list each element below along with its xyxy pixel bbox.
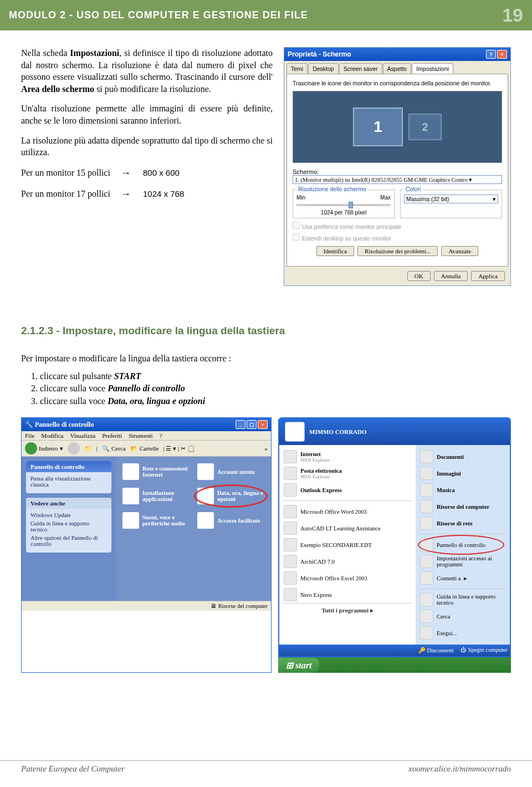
sm-music[interactable]: Musica	[419, 482, 507, 498]
resolution-17-row: Per un monitor 17 pollici → 1024 x 768	[21, 187, 273, 201]
sm-word[interactable]: Microsoft Office Word 2003	[283, 503, 412, 520]
pictures-icon	[420, 467, 433, 480]
sm-edt[interactable]: Esempio SECONDARIE.EDT	[283, 536, 412, 553]
start-menu-header: MIMMO CORRADO	[279, 418, 510, 445]
computer-icon	[420, 500, 433, 513]
paragraph-1: Nella scheda Impostazioni, si definisce …	[21, 47, 273, 95]
cp-network[interactable]: Rete e connessioni Internet	[122, 463, 190, 480]
folders-button[interactable]: 📂 Cartelle	[130, 445, 159, 452]
close-button[interactable]: ×	[258, 420, 268, 429]
page-header: MODULO 2 - USO DEL COMPUTER E GESTIONE D…	[0, 0, 532, 30]
resolution-slider[interactable]	[296, 204, 391, 206]
network-places-icon	[420, 517, 433, 530]
sm-mycomputer[interactable]: Risorse del computer	[419, 498, 507, 515]
tab-screensaver[interactable]: Screen saver	[339, 63, 382, 74]
sm-excel[interactable]: Microsoft Office Excel 2003	[283, 570, 412, 586]
apply-button[interactable]: Applica	[471, 271, 505, 281]
cancel-button[interactable]: Annulla	[434, 271, 468, 281]
word-icon	[284, 505, 297, 518]
excel-icon	[284, 571, 297, 585]
arrow-icon: →	[121, 187, 143, 201]
back-button[interactable]: Indietro ▾	[25, 442, 63, 454]
maximize-button[interactable]: ▢	[247, 420, 257, 429]
shutdown-button[interactable]: ⏻ Spegni computer	[461, 647, 508, 654]
identify-button[interactable]: Identifica	[316, 246, 354, 256]
monitor-2[interactable]: 2	[408, 114, 442, 140]
sm-outlook[interactable]: Outlook Express	[283, 482, 412, 498]
paragraph-2: Un'alta risoluzione permette alle immagi…	[21, 103, 273, 126]
up-button[interactable]: 📁	[84, 445, 92, 452]
menu-help[interactable]: ?	[160, 432, 162, 439]
advanced-button[interactable]: Avanzate	[441, 246, 478, 256]
outlook-icon	[284, 483, 297, 497]
tab-desktop[interactable]: Desktop	[308, 63, 339, 74]
tab-aspetto[interactable]: Aspetto	[383, 63, 412, 74]
page-number: 19	[502, 4, 523, 26]
schermo-label: Schermo:	[293, 168, 502, 175]
sm-internet[interactable]: InternetMSN Explorer	[283, 448, 412, 465]
start-menu-container: MIMMO CORRADO InternetMSN Explorer Posta…	[278, 417, 511, 673]
sm-nero[interactable]: Nero Express	[283, 586, 412, 603]
sm-help[interactable]: Guida in linea e supporto tecnico	[419, 591, 507, 608]
close-button[interactable]: ×	[497, 50, 507, 59]
sm-email[interactable]: Posta elettronicaMSN Explorer	[283, 465, 412, 482]
body-text: Nella scheda Impostazioni, si definisce …	[21, 47, 273, 286]
start-button[interactable]: ⊞ start	[278, 658, 319, 673]
control-panel-window: 🔧 Pannello di controllo _ ▢ × File Modif…	[21, 417, 272, 673]
cp-users[interactable]: Account utente	[197, 463, 264, 480]
cp-statusbar: 🖥 Risorse del computer	[22, 601, 271, 611]
cp-accessibility[interactable]: Accesso facilitato	[197, 512, 264, 529]
cp-sounds[interactable]: Suoni, voce e periferiche audio	[122, 512, 190, 529]
accessibility-icon	[197, 512, 214, 529]
run-icon	[420, 626, 433, 640]
sm-run[interactable]: Esegui...	[419, 625, 507, 641]
forward-button[interactable]	[68, 442, 80, 454]
tab-temi[interactable]: Temi	[287, 63, 308, 74]
windows-update-link[interactable]: Windows Update	[30, 512, 107, 518]
arrow-icon: →	[121, 166, 143, 180]
menu-file[interactable]: File	[25, 432, 34, 439]
sm-search[interactable]: Cerca	[419, 608, 507, 625]
display-select[interactable]: 1. (Monitor multipli) su Intel(R) 82852/…	[293, 175, 502, 184]
tab-strip: Temi Desktop Screen saver Aspetto Impost…	[284, 61, 510, 74]
install-icon	[122, 488, 139, 504]
instruction-intro: Per impostare o modificare la lingua del…	[21, 354, 511, 364]
sm-program-access[interactable]: Impostazioni accesso ai programmi	[419, 553, 507, 570]
users-icon	[197, 463, 214, 480]
search-button[interactable]: 🔍 Cerca	[102, 445, 126, 452]
switch-view-link[interactable]: Passa alla visualizzazione classica	[30, 476, 107, 488]
sm-autocad[interactable]: AutoCAD LT Learning Assistance	[283, 520, 412, 536]
cp-date-lang[interactable]: Data, ora, lingua e opzioni	[197, 488, 264, 504]
section-heading: 2.1.2.3 - Impostare, modificare la lingu…	[21, 325, 511, 337]
nero-icon	[284, 588, 297, 601]
monitor-1[interactable]: 1	[353, 108, 403, 146]
all-programs[interactable]: Tutti i programmi ▸	[283, 603, 412, 617]
sm-documents[interactable]: Documenti	[419, 448, 507, 465]
dialog-titlebar: Proprietà - Schermo ? ×	[284, 48, 510, 61]
cp-install[interactable]: Installazione applicazioni	[122, 488, 190, 504]
menu-visualizza[interactable]: Visualizza	[70, 432, 95, 439]
avatar	[285, 422, 305, 442]
sm-connect[interactable]: Connetti a ▸	[419, 570, 507, 586]
troubleshoot-button[interactable]: Risoluzione dei problemi...	[357, 246, 438, 256]
sm-network[interactable]: Risorse di rete	[419, 515, 507, 532]
menu-preferiti[interactable]: Preferiti	[102, 432, 122, 439]
menu-modifica[interactable]: Modifica	[41, 432, 63, 439]
other-options-link[interactable]: Altre opzioni del Pannello di controllo	[30, 535, 107, 547]
ok-button[interactable]: OK	[407, 271, 431, 281]
speaker-icon	[122, 512, 139, 529]
help-button[interactable]: ?	[486, 50, 496, 59]
sm-control-panel[interactable]: Pannello di controllo	[419, 536, 507, 553]
tab-impostazioni[interactable]: Impostazioni	[412, 63, 453, 74]
color-quality-select[interactable]: Massima (32 bit)▾	[404, 195, 498, 203]
menu-strumenti[interactable]: Strumenti	[129, 432, 152, 439]
globe-clock-icon	[197, 488, 214, 504]
extend-desktop-checkbox	[293, 233, 300, 241]
minimize-button[interactable]: _	[236, 420, 245, 429]
sm-images[interactable]: Immagini	[419, 465, 507, 482]
logoff-button[interactable]: 🔑 Disconnetti	[418, 647, 454, 654]
help-link[interactable]: Guida in linea e supporto tecnico	[30, 520, 107, 533]
monitor-arrange-area[interactable]: 1 2	[293, 91, 502, 163]
search-icon	[420, 610, 433, 623]
sm-archicad[interactable]: ArchiCAD 7.0	[283, 553, 412, 570]
